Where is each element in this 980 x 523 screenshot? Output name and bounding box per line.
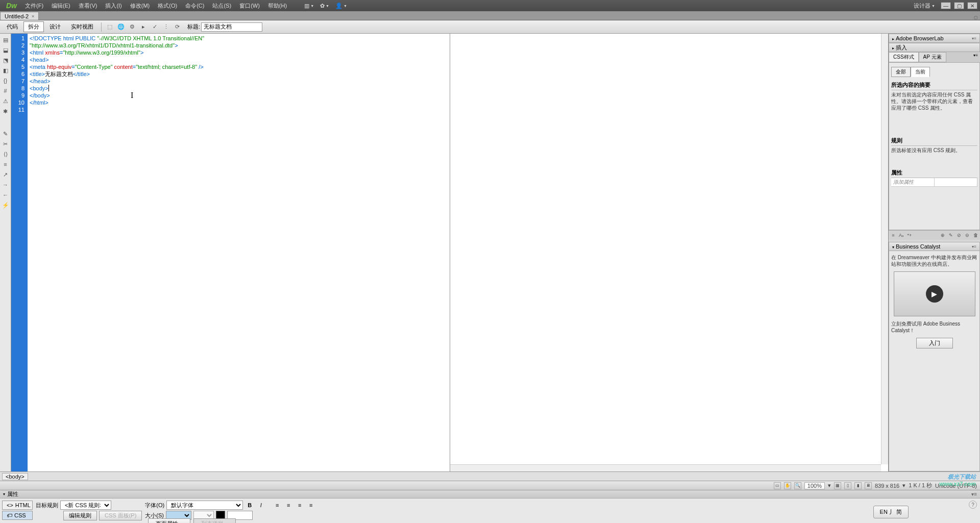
tab-close-icon[interactable]: × bbox=[32, 14, 34, 19]
tabbar-restore-icon[interactable]: ▢ bbox=[974, 15, 978, 20]
edit-rule-button[interactable]: 编辑规则 bbox=[63, 511, 97, 520]
menu-insert[interactable]: 插入(I) bbox=[101, 2, 126, 10]
layout-dropdown[interactable]: ▥ ▼ bbox=[301, 3, 317, 9]
wrap-tag-icon[interactable]: ⟨⟩ bbox=[0, 149, 11, 159]
css-all-button[interactable]: 全部 bbox=[891, 67, 911, 77]
align-justify-button[interactable]: ≡ bbox=[306, 501, 315, 510]
edit-style-icon[interactable]: ⊘ bbox=[955, 232, 963, 239]
vertical-scrollbar[interactable] bbox=[881, 34, 888, 464]
font-select[interactable]: 默认字体 bbox=[166, 501, 243, 510]
show-set-icon[interactable]: *+ bbox=[906, 232, 913, 239]
inspect-icon[interactable]: 🌐 bbox=[116, 22, 126, 32]
view-code[interactable]: 代码 bbox=[2, 21, 22, 32]
menu-file[interactable]: 文件(F) bbox=[21, 2, 47, 10]
open-docs-icon[interactable]: ▤ bbox=[0, 35, 11, 45]
menu-edit[interactable]: 编辑(E) bbox=[47, 2, 75, 10]
zoom-dropdown-icon[interactable]: ▾ bbox=[828, 482, 831, 489]
document-tab[interactable]: Untitled-2 × bbox=[0, 12, 39, 20]
menu-site[interactable]: 站点(S) bbox=[208, 2, 235, 10]
server-icon[interactable]: ⚙ bbox=[127, 22, 137, 32]
disable-icon[interactable]: ⊖ bbox=[964, 232, 971, 239]
panel-menu-icon[interactable]: ▾≡ bbox=[971, 52, 980, 62]
add-property-cell[interactable]: 添加属性 bbox=[891, 178, 935, 186]
props-menu-icon[interactable]: ▾≡ bbox=[971, 491, 977, 497]
select-parent-icon[interactable]: ◧ bbox=[0, 65, 11, 76]
panel-insert[interactable]: ▸插入 bbox=[889, 43, 980, 52]
design-view[interactable] bbox=[450, 34, 889, 471]
menu-help[interactable]: 帮助(H) bbox=[264, 2, 291, 10]
status-dropdown-icon[interactable]: ▾ bbox=[902, 482, 905, 489]
code-content[interactable]: I <!DOCTYPE html PUBLIC "-//W3C//DTD XHT… bbox=[28, 34, 450, 471]
balance-braces-icon[interactable]: {} bbox=[0, 76, 11, 86]
minimize-button[interactable]: — bbox=[941, 2, 951, 9]
horizontal-scrollbar[interactable] bbox=[450, 464, 881, 471]
tag-path[interactable]: <body> bbox=[2, 473, 28, 480]
align-center-button[interactable]: ≡ bbox=[284, 501, 293, 510]
title-input[interactable] bbox=[201, 22, 262, 32]
italic-button[interactable]: I bbox=[256, 501, 265, 510]
select-tool-icon[interactable]: ▭ bbox=[774, 482, 781, 489]
bc-start-button[interactable]: 入门 bbox=[916, 338, 953, 348]
line-numbers-icon[interactable]: # bbox=[0, 86, 11, 96]
desktop-icon[interactable]: 🖥 bbox=[865, 482, 872, 489]
new-rule-icon[interactable]: ✎ bbox=[947, 232, 954, 239]
view-design[interactable]: 设计 bbox=[45, 21, 65, 32]
ime-toggle[interactable]: EN 丿 简 bbox=[873, 506, 909, 518]
html-mode-button[interactable]: <>HTML bbox=[2, 501, 33, 510]
bc-video-thumb[interactable]: ▶ bbox=[894, 271, 975, 316]
zoom-level[interactable]: 100% bbox=[804, 482, 825, 489]
expand-all-icon[interactable]: ⬔ bbox=[0, 55, 11, 65]
check-icon[interactable]: ✓ bbox=[150, 22, 160, 32]
options-icon[interactable]: ⋮ bbox=[161, 22, 171, 32]
property-row[interactable]: 添加属性 bbox=[891, 178, 977, 187]
apply-comment-icon[interactable]: ✎ bbox=[0, 129, 11, 139]
workspace-switcher[interactable]: 设计器 ▼ bbox=[911, 2, 938, 10]
css-current-button[interactable]: 当前 bbox=[911, 67, 930, 77]
menu-view[interactable]: 查看(V) bbox=[75, 2, 102, 10]
collapse-tag-icon[interactable]: ⬓ bbox=[0, 45, 11, 55]
recent-snippets-icon[interactable]: ≡ bbox=[0, 159, 11, 169]
show-category-icon[interactable]: ≡ bbox=[890, 232, 897, 239]
target-rule-select[interactable]: <新 CSS 规则> bbox=[60, 501, 111, 510]
align-right-button[interactable]: ≡ bbox=[295, 501, 304, 510]
sync-dropdown[interactable]: 👤 ▼ bbox=[332, 3, 350, 9]
move-css-icon[interactable]: ↗ bbox=[0, 169, 11, 180]
hand-tool-icon[interactable]: ✋ bbox=[784, 482, 791, 489]
close-window-button[interactable]: ✕ bbox=[967, 2, 977, 9]
remove-comment-icon[interactable]: ✂ bbox=[0, 139, 11, 149]
live-code-icon[interactable]: ⬚ bbox=[105, 22, 115, 32]
zoom-tool-icon[interactable]: 🔍 bbox=[794, 482, 801, 489]
indent-icon[interactable]: → bbox=[0, 180, 11, 190]
menu-modify[interactable]: 修改(M) bbox=[126, 2, 154, 10]
properties-panel-header[interactable]: ▾属性 ▾≡ bbox=[0, 490, 980, 498]
extensions-dropdown[interactable]: ✿ ▼ bbox=[317, 3, 332, 9]
align-left-button[interactable]: ≡ bbox=[273, 501, 282, 510]
menu-commands[interactable]: 命令(C) bbox=[181, 2, 208, 10]
status-dimensions[interactable]: 839 x 816 bbox=[875, 483, 899, 489]
format-source-icon[interactable]: ⚡ bbox=[0, 200, 11, 210]
delete-style-icon[interactable]: 🗑 bbox=[972, 232, 979, 239]
view-live[interactable]: 实时视图 bbox=[66, 21, 98, 32]
phone-icon[interactable]: ▮ bbox=[854, 482, 862, 489]
attach-style-icon[interactable]: ⊕ bbox=[939, 232, 946, 239]
view-split[interactable]: 拆分 bbox=[23, 21, 44, 32]
help-icon[interactable]: ? bbox=[969, 501, 977, 509]
css-mode-button[interactable]: 🏷CSS bbox=[2, 511, 33, 520]
menu-format[interactable]: 格式(O) bbox=[154, 2, 181, 10]
tab-ap-elements[interactable]: AP 元素 bbox=[919, 52, 946, 62]
syntax-error-icon[interactable]: ✱ bbox=[0, 106, 11, 116]
maximize-button[interactable]: ▢ bbox=[954, 2, 964, 9]
tablet-icon[interactable]: ▯ bbox=[844, 482, 851, 489]
outdent-icon[interactable]: ← bbox=[0, 190, 11, 200]
menu-window[interactable]: 窗口(W) bbox=[235, 2, 264, 10]
nav-icon[interactable]: ▸ bbox=[138, 22, 149, 32]
bold-button[interactable]: B bbox=[245, 501, 254, 510]
highlight-invalid-icon[interactable]: ⚠ bbox=[0, 96, 11, 106]
tab-css-styles[interactable]: CSS样式 bbox=[889, 52, 919, 62]
show-list-icon[interactable]: Aₐ bbox=[898, 232, 905, 239]
property-value-cell[interactable] bbox=[935, 178, 978, 186]
refresh-icon[interactable]: ⟳ bbox=[172, 22, 182, 32]
css-panel-button[interactable]: CSS 面板(P) bbox=[99, 511, 142, 520]
page-properties-button[interactable]: 页面属性... bbox=[148, 518, 190, 523]
window-size-icon[interactable]: ▦ bbox=[834, 482, 841, 489]
